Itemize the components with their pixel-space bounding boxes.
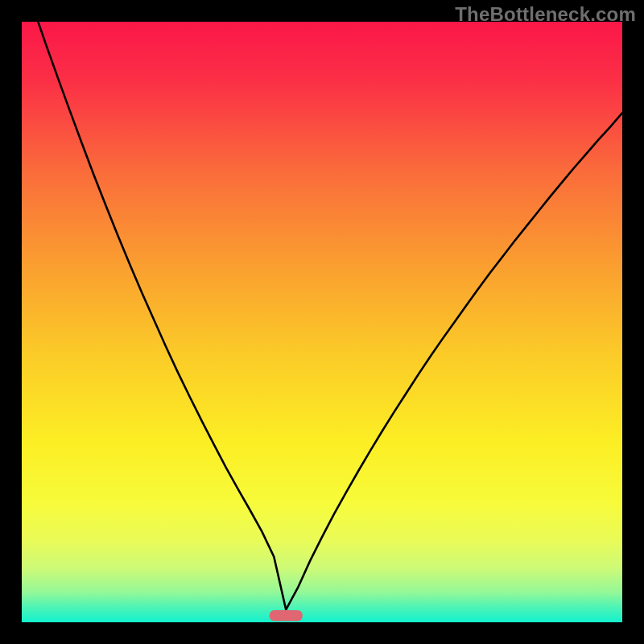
chart-frame: TheBottleneck.com (0, 0, 644, 644)
plot-area (22, 22, 622, 622)
minimum-marker (270, 610, 303, 621)
bottleneck-chart (22, 22, 622, 622)
gradient-background (22, 22, 622, 622)
watermark-text: TheBottleneck.com (455, 3, 636, 26)
